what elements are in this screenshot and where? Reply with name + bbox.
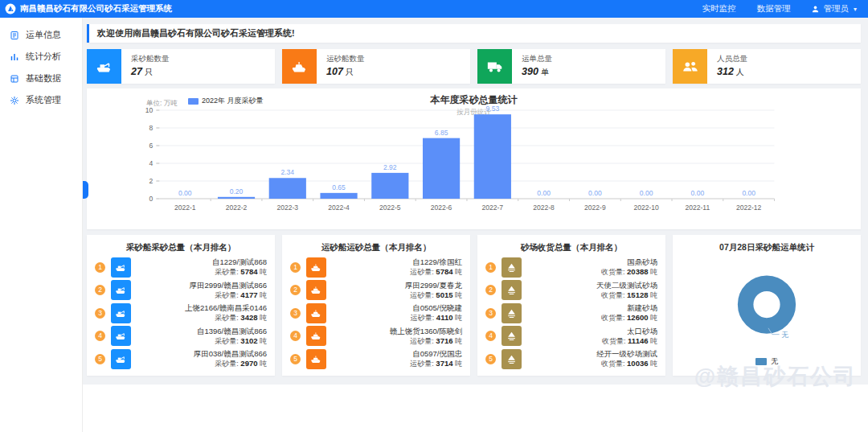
receiving-site-icon (502, 280, 522, 300)
ranking-name: 天使二级测试砂场 (527, 281, 657, 290)
mining-ranking-panel: 采砂船采砂总量（本月排名） 1 自1229/测试868 采砂量: 5784 吨 … (87, 235, 275, 376)
rank-badge: 3 (290, 308, 301, 319)
svg-text:2.34: 2.34 (280, 168, 294, 176)
svg-text:6.85: 6.85 (435, 129, 448, 137)
stat-value: 107只 (326, 66, 365, 78)
rank-badge: 5 (485, 354, 496, 364)
ranking-row: 2 天使二级测试砂场 收货量: 15128 吨 (485, 279, 657, 302)
ranking-row: 4 太口砂场 收货量: 11146 吨 (485, 325, 657, 348)
top-header: 南昌赣昌砂石有限公司砂石采运管理系统 实时监控 数据管理 管理员 ▾ (0, 0, 868, 18)
panel-title: 砂场收货总量（本月排名） (477, 235, 665, 256)
ranking-row: 2 厚田2999/赣昌测试866 采砂量: 4177 吨 (95, 279, 267, 302)
stat-label: 人员总量 (717, 54, 747, 64)
ranking-amount: 采砂量: 4177 吨 (137, 290, 267, 300)
receiving-ranking-panel: 砂场收货总量（本月排名） 1 国鼎砂场 收货量: 20388 吨 2 天使二级测… (477, 235, 665, 376)
stat-cards-row: 采砂船数量 27只 运砂船数量 107只 (87, 49, 861, 84)
ranking-name: 新建砂场 (527, 303, 657, 313)
svg-text:2022-4: 2022-4 (328, 204, 350, 212)
stat-card-transport-ships: 运砂船数量 107只 (282, 49, 470, 84)
mining-ship-icon (111, 280, 131, 300)
svg-text:0.00: 0.00 (742, 189, 755, 197)
sidebar-item-base-data[interactable]: 基础数据 (0, 68, 82, 89)
svg-text:2022-7: 2022-7 (482, 204, 504, 212)
svg-text:9.53: 9.53 (486, 106, 500, 113)
panel-title: 07月28日采砂船运单统计 (673, 235, 861, 256)
ranking-name: 赣上饶货1360/陈晓剑 (332, 327, 462, 336)
svg-text:0: 0 (149, 195, 154, 203)
ranking-name: 自1229/徐国红 (332, 257, 462, 267)
ranking-row: 4 赣上饶货1360/陈晓剑 运砂量: 3716 吨 (290, 325, 462, 348)
rank-badge: 1 (485, 262, 496, 273)
nav-data-management[interactable]: 数据管理 (756, 3, 790, 14)
daily-waybill-donut-panel: 07月28日采砂船运单统计 无 无 (673, 235, 861, 376)
stat-card-waybills: 运单总量 390单 (477, 49, 665, 84)
ranking-row: 3 自0505/倪晓建 运砂量: 4110 吨 (290, 302, 462, 325)
svg-text:0.65: 0.65 (332, 183, 346, 191)
sidebar-item-system-management[interactable]: 系统管理 (0, 89, 82, 111)
svg-text:0.00: 0.00 (640, 189, 653, 197)
stat-label: 采砂船数量 (131, 54, 170, 64)
ranking-name: 自0505/倪晓建 (332, 303, 462, 313)
user-name: 管理员 (823, 3, 849, 14)
ranking-amount: 收货量: 10036 吨 (527, 359, 657, 368)
mining-ship-icon (111, 257, 131, 278)
user-menu[interactable]: 管理员 ▾ (811, 3, 857, 14)
legend-swatch (755, 358, 767, 365)
ranking-row: 3 上饶2166/赣南昌采0146 采砂量: 3428 吨 (95, 302, 267, 325)
app-title: 南昌赣昌砂石有限公司砂石采运管理系统 (20, 3, 172, 14)
rank-badge: 1 (290, 262, 301, 273)
sidebar-item-statistics[interactable]: 统计分析 (0, 46, 82, 68)
ranking-row: 5 自0597/倪国忠 运砂量: 3714 吨 (290, 348, 462, 371)
transport-ship-icon (282, 49, 317, 84)
ranking-name: 太口砂场 (527, 327, 657, 336)
svg-text:2022-8: 2022-8 (533, 204, 555, 212)
ranking-name: 自1396/赣昌测试866 (137, 327, 267, 336)
header-nav: 实时监控 数据管理 管理员 ▾ (702, 3, 857, 14)
donut-chart[interactable]: 无 (673, 256, 861, 356)
rank-badge: 5 (290, 354, 301, 364)
transport-ship-icon (306, 303, 326, 323)
stat-card-mining-ships: 采砂船数量 27只 (87, 49, 275, 84)
svg-text:0.00: 0.00 (588, 189, 602, 197)
ranking-name: 自0597/倪国忠 (332, 349, 462, 359)
ranking-row: 4 自1396/赣昌测试866 采砂量: 3102 吨 (95, 325, 267, 348)
stat-label: 运单总量 (522, 54, 552, 64)
bottom-panels-row: 采砂船采砂总量（本月排名） 1 自1229/测试868 采砂量: 5784 吨 … (87, 235, 861, 376)
svg-text:0.00: 0.00 (691, 189, 705, 197)
nav-realtime-monitor[interactable]: 实时监控 (702, 3, 735, 14)
sidebar: 运单信息 统计分析 基础数据 系统管理 (0, 18, 83, 432)
rank-badge: 4 (95, 331, 105, 341)
rank-badge: 4 (485, 331, 496, 341)
sidebar-item-waybill-info[interactable]: 运单信息 (0, 24, 82, 46)
transport-ship-icon (306, 349, 326, 369)
ranking-name: 经开一级砂场测试 (527, 349, 657, 359)
stat-value: 312人 (717, 66, 747, 78)
ranking-amount: 收货量: 15128 吨 (527, 290, 657, 300)
svg-text:10: 10 (145, 106, 154, 114)
bar-chart[interactable]: 02468100.002022-10.202022-22.342022-30.6… (87, 106, 861, 227)
donut-legend[interactable]: 无 (673, 356, 861, 367)
rank-badge: 1 (95, 262, 105, 273)
people-icon (673, 49, 707, 84)
svg-text:0.20: 0.20 (230, 187, 244, 195)
transport-ship-icon (306, 257, 326, 278)
stat-label: 运砂船数量 (326, 54, 365, 64)
logo-icon (5, 3, 16, 14)
sidebar-item-label: 基础数据 (26, 72, 61, 84)
ranking-name: 厚田2999/赣昌测试866 (137, 281, 267, 290)
app-root: 南昌赣昌砂石有限公司砂石采运管理系统 实时监控 数据管理 管理员 ▾ 运单信息 … (0, 0, 868, 432)
ranking-name: 厚田2999/夏春龙 (332, 281, 462, 290)
sidebar-collapse-handle[interactable] (83, 181, 88, 199)
ranking-amount: 采砂量: 2970 吨 (137, 359, 267, 368)
ranking-row: 1 自1229/测试868 采砂量: 5784 吨 (95, 256, 267, 279)
rank-badge: 2 (485, 285, 496, 295)
settings-gear-icon (10, 96, 19, 105)
ranking-name: 厚田038/赣昌测试866 (137, 349, 267, 359)
main-area: 欢迎使用南昌赣昌砂石有限公司砂石采运管理系统! 采砂船数量 27只 (83, 18, 868, 432)
ranking-amount: 运砂量: 5784 吨 (332, 267, 462, 277)
waybill-icon (10, 31, 19, 40)
svg-text:0.00: 0.00 (178, 189, 192, 197)
dashboard-content: 欢迎使用南昌赣昌砂石有限公司砂石采运管理系统! 采砂船数量 27只 (83, 18, 868, 385)
transport-ship-icon (306, 326, 326, 346)
chart-legend[interactable]: 2022年 月度采砂量 (188, 96, 264, 106)
